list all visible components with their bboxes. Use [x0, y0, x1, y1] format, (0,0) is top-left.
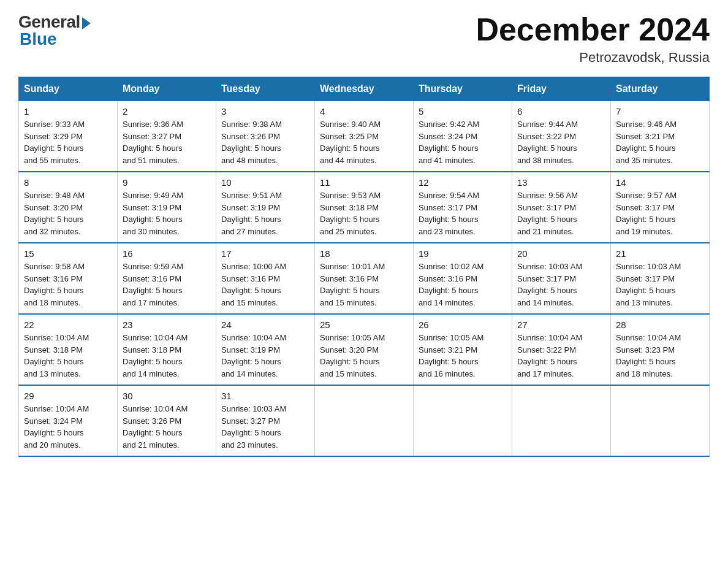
page-header: General Blue December 2024 Petrozavodsk,…: [18, 12, 710, 66]
day-number: 18: [320, 248, 408, 259]
calendar-day-cell: 31Sunrise: 10:03 AMSunset: 3:27 PMDaylig…: [216, 385, 315, 456]
day-number: 8: [24, 177, 112, 188]
day-info: Sunrise: 9:54 AMSunset: 3:17 PMDaylight:…: [419, 190, 507, 237]
day-info: Sunrise: 9:44 AMSunset: 3:22 PMDaylight:…: [517, 118, 605, 166]
day-info: Sunrise: 9:48 AMSunset: 3:20 PMDaylight:…: [24, 190, 112, 237]
calendar-day-cell: 1Sunrise: 9:33 AMSunset: 3:29 PMDaylight…: [19, 101, 118, 172]
day-info: Sunrise: 10:04 AMSunset: 3:18 PMDaylight…: [24, 332, 112, 380]
day-info: Sunrise: 10:04 AMSunset: 3:26 PMDaylight…: [123, 403, 211, 451]
day-number: 12: [419, 177, 507, 188]
day-number: 6: [517, 106, 605, 117]
calendar-week-row: 22Sunrise: 10:04 AMSunset: 3:18 PMDaylig…: [19, 314, 710, 385]
calendar-day-cell: 16Sunrise: 9:59 AMSunset: 3:16 PMDayligh…: [118, 243, 216, 314]
day-info: Sunrise: 10:03 AMSunset: 3:27 PMDaylight…: [221, 403, 309, 451]
day-info: Sunrise: 9:49 AMSunset: 3:19 PMDaylight:…: [123, 190, 211, 237]
day-info: Sunrise: 9:46 AMSunset: 3:21 PMDaylight:…: [616, 118, 704, 166]
calendar-day-cell: 3Sunrise: 9:38 AMSunset: 3:26 PMDaylight…: [216, 101, 315, 172]
calendar-empty-cell: [611, 385, 710, 456]
day-number: 27: [517, 320, 605, 330]
day-number: 24: [221, 320, 309, 330]
header-saturday: Saturday: [611, 77, 710, 101]
calendar-day-cell: 11Sunrise: 9:53 AMSunset: 3:18 PMDayligh…: [315, 172, 414, 243]
header-monday: Monday: [118, 77, 216, 101]
day-info: Sunrise: 10:04 AMSunset: 3:22 PMDaylight…: [517, 332, 605, 380]
calendar-empty-cell: [414, 385, 512, 456]
day-number: 10: [221, 177, 309, 188]
day-info: Sunrise: 9:36 AMSunset: 3:27 PMDaylight:…: [123, 118, 211, 166]
day-number: 25: [320, 320, 408, 330]
day-info: Sunrise: 9:33 AMSunset: 3:29 PMDaylight:…: [24, 118, 112, 166]
calendar-day-cell: 22Sunrise: 10:04 AMSunset: 3:18 PMDaylig…: [19, 314, 118, 385]
calendar-day-cell: 27Sunrise: 10:04 AMSunset: 3:22 PMDaylig…: [512, 314, 611, 385]
day-number: 11: [320, 177, 408, 188]
calendar-week-row: 29Sunrise: 10:04 AMSunset: 3:24 PMDaylig…: [19, 385, 710, 456]
day-info: Sunrise: 10:04 AMSunset: 3:24 PMDaylight…: [24, 403, 112, 451]
logo-arrow-icon: [82, 17, 91, 29]
calendar-day-cell: 18Sunrise: 10:01 AMSunset: 3:16 PMDaylig…: [315, 243, 414, 314]
calendar-week-row: 15Sunrise: 9:58 AMSunset: 3:16 PMDayligh…: [19, 243, 710, 314]
calendar-empty-cell: [512, 385, 611, 456]
day-number: 14: [616, 177, 704, 188]
logo: General Blue: [18, 12, 91, 49]
day-info: Sunrise: 10:03 AMSunset: 3:17 PMDaylight…: [616, 261, 704, 308]
calendar-day-cell: 25Sunrise: 10:05 AMSunset: 3:20 PMDaylig…: [315, 314, 414, 385]
location-subtitle: Petrozavodsk, Russia: [476, 50, 710, 66]
day-info: Sunrise: 10:02 AMSunset: 3:16 PMDaylight…: [419, 261, 507, 308]
day-number: 20: [517, 248, 605, 259]
day-number: 21: [616, 248, 704, 259]
header-sunday: Sunday: [19, 77, 118, 101]
calendar-week-row: 8Sunrise: 9:48 AMSunset: 3:20 PMDaylight…: [19, 172, 710, 243]
day-number: 31: [221, 391, 309, 401]
calendar-day-cell: 8Sunrise: 9:48 AMSunset: 3:20 PMDaylight…: [19, 172, 118, 243]
calendar-table: SundayMondayTuesdayWednesdayThursdayFrid…: [18, 77, 710, 457]
day-info: Sunrise: 9:38 AMSunset: 3:26 PMDaylight:…: [221, 118, 309, 166]
day-number: 30: [123, 391, 211, 401]
day-number: 1: [24, 106, 112, 117]
day-number: 15: [24, 248, 112, 259]
calendar-day-cell: 6Sunrise: 9:44 AMSunset: 3:22 PMDaylight…: [512, 101, 611, 172]
calendar-day-cell: 29Sunrise: 10:04 AMSunset: 3:24 PMDaylig…: [19, 385, 118, 456]
calendar-day-cell: 13Sunrise: 9:56 AMSunset: 3:17 PMDayligh…: [512, 172, 611, 243]
calendar-day-cell: 28Sunrise: 10:04 AMSunset: 3:23 PMDaylig…: [611, 314, 710, 385]
day-info: Sunrise: 10:00 AMSunset: 3:16 PMDaylight…: [221, 261, 309, 308]
calendar-day-cell: 9Sunrise: 9:49 AMSunset: 3:19 PMDaylight…: [118, 172, 216, 243]
day-number: 19: [419, 248, 507, 259]
day-number: 16: [123, 248, 211, 259]
calendar-day-cell: 20Sunrise: 10:03 AMSunset: 3:17 PMDaylig…: [512, 243, 611, 314]
day-info: Sunrise: 9:59 AMSunset: 3:16 PMDaylight:…: [123, 261, 211, 308]
day-info: Sunrise: 10:01 AMSunset: 3:16 PMDaylight…: [320, 261, 408, 308]
calendar-empty-cell: [315, 385, 414, 456]
day-info: Sunrise: 10:04 AMSunset: 3:23 PMDaylight…: [616, 332, 704, 380]
calendar-day-cell: 14Sunrise: 9:57 AMSunset: 3:17 PMDayligh…: [611, 172, 710, 243]
day-number: 5: [419, 106, 507, 117]
calendar-day-cell: 10Sunrise: 9:51 AMSunset: 3:19 PMDayligh…: [216, 172, 315, 243]
day-info: Sunrise: 10:05 AMSunset: 3:20 PMDaylight…: [320, 332, 408, 380]
header-tuesday: Tuesday: [216, 77, 315, 101]
day-number: 2: [123, 106, 211, 117]
day-info: Sunrise: 9:42 AMSunset: 3:24 PMDaylight:…: [419, 118, 507, 166]
day-info: Sunrise: 10:04 AMSunset: 3:18 PMDaylight…: [123, 332, 211, 380]
calendar-day-cell: 23Sunrise: 10:04 AMSunset: 3:18 PMDaylig…: [118, 314, 216, 385]
day-number: 26: [419, 320, 507, 330]
day-info: Sunrise: 9:56 AMSunset: 3:17 PMDaylight:…: [517, 190, 605, 237]
calendar-day-cell: 26Sunrise: 10:05 AMSunset: 3:21 PMDaylig…: [414, 314, 512, 385]
day-info: Sunrise: 9:53 AMSunset: 3:18 PMDaylight:…: [320, 190, 408, 237]
day-info: Sunrise: 10:04 AMSunset: 3:19 PMDaylight…: [221, 332, 309, 380]
day-info: Sunrise: 9:51 AMSunset: 3:19 PMDaylight:…: [221, 190, 309, 237]
day-number: 4: [320, 106, 408, 117]
calendar-header-row: SundayMondayTuesdayWednesdayThursdayFrid…: [19, 77, 710, 101]
calendar-day-cell: 2Sunrise: 9:36 AMSunset: 3:27 PMDaylight…: [118, 101, 216, 172]
logo-blue-text: Blue: [20, 29, 57, 49]
calendar-day-cell: 12Sunrise: 9:54 AMSunset: 3:17 PMDayligh…: [414, 172, 512, 243]
calendar-day-cell: 4Sunrise: 9:40 AMSunset: 3:25 PMDaylight…: [315, 101, 414, 172]
day-number: 7: [616, 106, 704, 117]
calendar-day-cell: 15Sunrise: 9:58 AMSunset: 3:16 PMDayligh…: [19, 243, 118, 314]
day-number: 28: [616, 320, 704, 330]
day-info: Sunrise: 10:03 AMSunset: 3:17 PMDaylight…: [517, 261, 605, 308]
calendar-day-cell: 19Sunrise: 10:02 AMSunset: 3:16 PMDaylig…: [414, 243, 512, 314]
month-year-title: December 2024: [476, 12, 710, 47]
day-info: Sunrise: 10:05 AMSunset: 3:21 PMDaylight…: [419, 332, 507, 380]
day-info: Sunrise: 9:58 AMSunset: 3:16 PMDaylight:…: [24, 261, 112, 308]
day-info: Sunrise: 9:40 AMSunset: 3:25 PMDaylight:…: [320, 118, 408, 166]
day-number: 23: [123, 320, 211, 330]
